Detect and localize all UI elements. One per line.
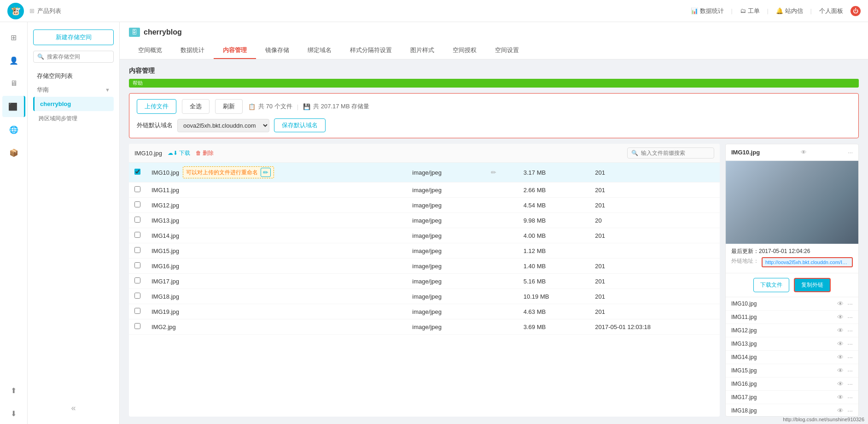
row-checkbox[interactable] — [134, 217, 140, 223]
row-checkbox[interactable] — [134, 201, 140, 207]
top-nav: 🐮 ⊞ 产品列表 📊 数据统计 | 🗂 工单 | 🔔 站内信 | 个人面板 ⏻ — [0, 0, 868, 22]
data-stats-link[interactable]: 📊 数据统计 — [691, 7, 724, 15]
download-icon: ☁⬇ — [168, 150, 178, 156]
sidebar-icon-monitor[interactable]: 🖥 — [2, 73, 25, 94]
external-url-value[interactable]: http://oova2l5xh.bkt.clouddn.com/IMG10.j… — [762, 257, 853, 267]
save-domain-button[interactable]: 保存默认域名 — [274, 118, 326, 132]
sidebar-search-input[interactable] — [47, 53, 110, 60]
eye-icon[interactable]: 👁 — [837, 340, 844, 347]
more-icon[interactable]: ··· — [847, 394, 853, 401]
row-checkbox[interactable] — [134, 323, 140, 329]
sidebar-icon-expand[interactable]: ⬇ — [2, 403, 25, 424]
sidebar-icon-grid[interactable]: ⊞ — [2, 27, 25, 48]
sidebar-icon-storage[interactable]: ⬛ — [2, 96, 25, 117]
profile-link[interactable]: 个人面板 — [819, 7, 843, 15]
domain-label: 外链默认域名 — [137, 121, 173, 130]
row-checkbox[interactable] — [134, 293, 140, 299]
preview-image-blur — [726, 161, 858, 244]
filename-cell: IMG16.jpg — [146, 259, 407, 274]
notification-link[interactable]: 🔔 站内信 — [776, 7, 803, 15]
list-item: IMG13.jpg 👁 ··· — [726, 337, 858, 351]
cross-region-link[interactable]: 跨区域同步管理 — [33, 112, 114, 125]
file-type-cell: image/jpeg — [407, 198, 485, 213]
file-type-cell: image/jpeg — [407, 228, 485, 243]
top-nav-left: 🐮 ⊞ 产品列表 — [7, 3, 61, 19]
more-icon[interactable]: ··· — [847, 313, 853, 321]
more-icon[interactable]: ··· — [847, 380, 853, 388]
tab-separator[interactable]: 样式分隔符设置 — [341, 42, 401, 59]
select-all-button[interactable]: 全选 — [182, 99, 210, 114]
file-size-cell: 4.00 MB — [518, 228, 590, 243]
row-checkbox[interactable] — [134, 277, 140, 283]
eye-icon[interactable]: 👁 — [837, 313, 844, 321]
eye-icon[interactable]: 👁 — [837, 367, 844, 374]
row-checkbox[interactable] — [134, 186, 140, 192]
tab-settings[interactable]: 空间设置 — [486, 42, 528, 59]
power-button[interactable]: ⏻ — [851, 6, 861, 16]
eye-icon[interactable]: 👁 — [837, 353, 844, 361]
file-date-cell: 2017-05-01 12:03:18 — [589, 319, 720, 335]
ticket-link[interactable]: 🗂 工单 — [740, 7, 760, 15]
download-action[interactable]: ☁⬇ 下载 — [168, 149, 190, 157]
sidebar-icon-user[interactable]: 👤 — [2, 50, 25, 71]
tab-content[interactable]: 内容管理 — [214, 42, 256, 59]
region-selector[interactable]: 华南 ▼ — [33, 84, 114, 96]
new-storage-button[interactable]: 新建存储空间 — [33, 29, 114, 45]
list-item: IMG12.jpg 👁 ··· — [726, 324, 858, 337]
file-type-cell: image/jpeg — [407, 259, 485, 274]
rename-edit-button[interactable]: ✏ — [261, 168, 271, 177]
row-checkbox[interactable] — [134, 308, 140, 314]
sidebar-collapse-btn[interactable]: « — [33, 400, 114, 417]
more-icon[interactable]: ··· — [847, 353, 853, 361]
tab-stats[interactable]: 数据统计 — [171, 42, 214, 59]
list-item: IMG18.jpg 👁 ··· — [726, 404, 858, 416]
tab-domain[interactable]: 绑定域名 — [298, 42, 341, 59]
search-icon: 🔍 — [37, 53, 44, 60]
row-checkbox[interactable] — [134, 232, 140, 238]
eye-icon[interactable]: 👁 — [837, 300, 844, 307]
file-date-cell — [589, 243, 720, 259]
last-updated-value: 最后更新：2017-05-01 12:04:26 — [731, 247, 810, 255]
more-icon[interactable]: ··· — [847, 340, 853, 347]
delete-action[interactable]: 🗑 删除 — [196, 149, 214, 157]
eye-icon[interactable]: 👁 — [837, 394, 844, 401]
download-file-button[interactable]: 下载文件 — [753, 278, 789, 292]
logo[interactable]: 🐮 — [7, 3, 24, 19]
eye-icon[interactable]: 👁 — [837, 327, 844, 334]
upload-button[interactable]: 上传文件 — [137, 99, 176, 114]
preview-eye-icon[interactable]: 👁 — [801, 149, 807, 156]
sidebar-icon-box[interactable]: 📦 — [2, 142, 25, 163]
file-size-cell: 3.69 MB — [518, 319, 590, 335]
edit-icon[interactable]: ✏ — [491, 169, 496, 176]
main-content: 🗄 cherryblog 空间概览 数据统计 内容管理 镜像存储 绑定域名 样式… — [120, 22, 868, 424]
copy-link-button[interactable]: 复制外链 — [794, 278, 831, 292]
row-checkbox[interactable] — [134, 262, 140, 268]
row-checkbox[interactable] — [134, 247, 140, 253]
trash-icon: 🗑 — [196, 150, 201, 156]
row-checkbox[interactable] — [134, 169, 140, 175]
ops-cell: ✏ — [491, 169, 512, 176]
eye-icon[interactable]: 👁 — [837, 380, 844, 388]
tab-overview[interactable]: 空间概览 — [129, 42, 171, 59]
help-badge[interactable]: 帮助 — [129, 79, 859, 88]
tab-auth[interactable]: 空间授权 — [443, 42, 486, 59]
tab-image-style[interactable]: 图片样式 — [401, 42, 443, 59]
more-icon[interactable]: ··· — [847, 367, 853, 374]
file-size-cell: 3.17 MB — [518, 163, 590, 183]
more-icon[interactable]: ··· — [847, 327, 853, 334]
sidebar-icon-globe[interactable]: 🌐 — [2, 119, 25, 140]
more-icon[interactable]: ··· — [847, 407, 853, 414]
sidebar-icon-arrow[interactable]: ⬆ — [2, 380, 25, 401]
domain-select[interactable]: oova2l5xh.bkt.clouddn.com — [177, 119, 269, 132]
tab-mirror[interactable]: 镜像存储 — [256, 42, 298, 59]
more-options-icon[interactable]: ··· — [848, 149, 853, 156]
more-icon[interactable]: ··· — [847, 300, 853, 307]
file-date-cell: 20 — [589, 213, 720, 228]
eye-icon[interactable]: 👁 — [837, 407, 844, 414]
refresh-button[interactable]: 刷新 — [215, 99, 243, 114]
storage-list-title: 存储空间列表 — [33, 70, 114, 82]
list-item: IMG14.jpg 👁 ··· — [726, 351, 858, 364]
bucket-item-cherryblog[interactable]: cherryblog — [33, 97, 114, 111]
file-search-input[interactable] — [641, 150, 710, 156]
table-row: IMG17.jpg image/jpeg 5.16 MB 201 — [129, 274, 720, 289]
